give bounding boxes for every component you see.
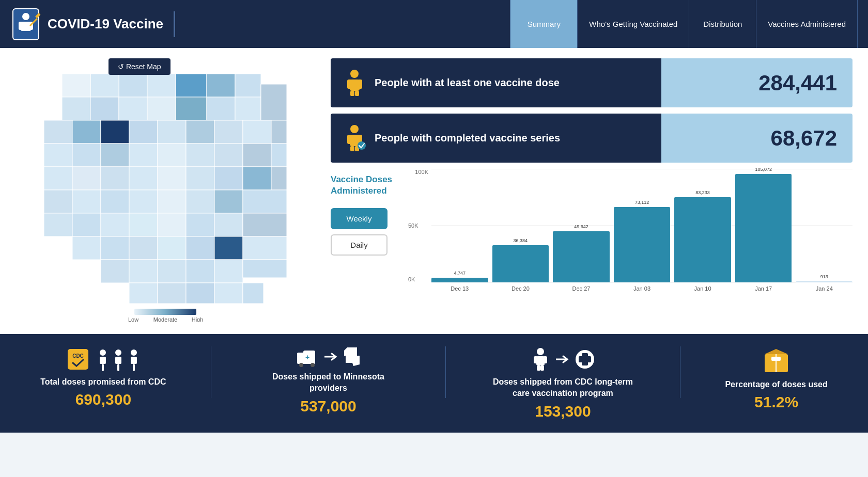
svg-rect-92 xyxy=(355,91,359,96)
footer-shipped-providers-label: Doses shipped to Minnesota providers xyxy=(256,371,401,394)
svg-rect-81 xyxy=(214,283,243,304)
svg-rect-62 xyxy=(186,213,214,236)
tab-summary[interactable]: Summary xyxy=(510,0,577,48)
svg-rect-52 xyxy=(129,190,158,213)
footer-doses-used-label: Percentage of doses used xyxy=(725,379,827,390)
svg-rect-18 xyxy=(176,97,207,120)
svg-rect-83 xyxy=(134,309,196,315)
chart-title: Vaccine Doses Administered xyxy=(331,174,398,197)
svg-rect-69 xyxy=(186,236,214,260)
footer-icon-row-2: + xyxy=(296,346,361,367)
bar-dec27: 49,642 xyxy=(553,224,610,282)
svg-text:High: High xyxy=(192,316,204,322)
svg-rect-7 xyxy=(119,74,147,97)
svg-rect-25 xyxy=(129,120,158,144)
svg-rect-31 xyxy=(44,144,72,167)
svg-marker-130 xyxy=(765,349,788,354)
svg-rect-67 xyxy=(129,236,158,260)
svg-rect-53 xyxy=(158,190,186,213)
svg-rect-60 xyxy=(129,213,158,236)
svg-point-116 xyxy=(311,363,315,367)
tab-who-getting-vaccinated[interactable]: Who's Getting Vaccinated xyxy=(577,0,689,48)
svg-rect-28 xyxy=(214,120,243,144)
svg-rect-26 xyxy=(158,120,186,144)
svg-rect-64 xyxy=(243,213,287,236)
svg-rect-73 xyxy=(129,260,158,283)
svg-rect-82 xyxy=(243,283,264,304)
svg-rect-128 xyxy=(579,356,591,362)
footer-cdc-ltc-value: 153,300 xyxy=(535,403,591,420)
svg-rect-36 xyxy=(186,144,214,167)
tab-vaccines-administered[interactable]: Vaccines Administered xyxy=(756,0,858,48)
app-title: COVID-19 Vaccine xyxy=(48,16,163,32)
svg-rect-66 xyxy=(101,236,129,260)
bar-label-top-jan10: 83,233 xyxy=(695,190,710,195)
svg-rect-59 xyxy=(101,213,129,236)
svg-rect-56 xyxy=(243,190,287,213)
stat-card-one-dose-label: People with at least one vaccine dose xyxy=(375,77,560,89)
svg-rect-11 xyxy=(235,74,261,97)
svg-rect-33 xyxy=(101,144,129,167)
footer-divider-2 xyxy=(445,346,446,398)
svg-rect-32 xyxy=(72,144,101,167)
cdc-box-icon: CDC xyxy=(65,346,91,372)
footer-doses-used: Percentage of doses used 51.2% xyxy=(725,346,827,411)
x-label-jan10: Jan 10 xyxy=(674,285,731,292)
svg-rect-23 xyxy=(72,120,101,144)
svg-point-1 xyxy=(22,13,29,20)
svg-rect-22 xyxy=(44,120,72,144)
daily-button[interactable]: Daily xyxy=(331,234,388,256)
bar-jan17: 105,072 xyxy=(735,167,792,282)
mn-state-icon xyxy=(343,346,361,367)
svg-rect-91 xyxy=(350,91,354,96)
svg-rect-103 xyxy=(100,357,106,364)
svg-rect-97 xyxy=(350,146,354,151)
svg-rect-3 xyxy=(19,22,23,30)
svg-rect-80 xyxy=(186,283,214,304)
map-section: ↺ Reset Map xyxy=(16,58,315,324)
svg-rect-8 xyxy=(147,74,176,97)
svg-rect-107 xyxy=(131,357,137,364)
bar-rect-dec20 xyxy=(492,245,549,282)
main-nav: Summary Who's Getting Vaccinated Distrib… xyxy=(510,0,858,48)
tab-distribution[interactable]: Distribution xyxy=(689,0,756,48)
footer-divider-3 xyxy=(680,346,680,398)
x-label-jan03: Jan 03 xyxy=(614,285,671,292)
svg-point-87 xyxy=(350,70,359,78)
footer-shipped-providers: + Doses shipped to Minnesota providers 5… xyxy=(256,346,401,415)
bar-jan24: 913 xyxy=(796,274,853,282)
stat-card-completed: People with completed vaccine series 68,… xyxy=(331,114,853,163)
vaccine-logo-icon xyxy=(10,6,41,42)
svg-text:Low: Low xyxy=(128,316,138,322)
svg-point-106 xyxy=(131,349,137,356)
svg-rect-10 xyxy=(207,74,235,97)
svg-rect-24 xyxy=(101,120,129,144)
svg-rect-41 xyxy=(72,167,101,190)
svg-point-119 xyxy=(537,348,544,355)
svg-rect-27 xyxy=(186,120,214,144)
bar-rect-jan24 xyxy=(796,281,853,282)
svg-rect-34 xyxy=(129,144,158,167)
svg-rect-72 xyxy=(101,260,129,283)
bar-jan10: 83,233 xyxy=(674,190,731,282)
svg-rect-51 xyxy=(101,190,129,213)
svg-rect-40 xyxy=(44,167,72,190)
map-container: Low Moderate High xyxy=(16,63,315,324)
stat-card-completed-value: 68,672 xyxy=(771,126,837,151)
x-label-dec27: Dec 27 xyxy=(553,285,610,292)
reset-map-button[interactable]: ↺ Reset Map xyxy=(109,58,171,75)
svg-rect-105 xyxy=(115,357,121,364)
svg-rect-61 xyxy=(158,213,186,236)
weekly-button[interactable]: Weekly xyxy=(331,208,388,229)
svg-text:+: + xyxy=(305,353,309,361)
footer-total-doses: CDC Total doses promised from CDC 690,30… xyxy=(40,346,166,408)
svg-rect-39 xyxy=(271,144,287,167)
svg-rect-42 xyxy=(101,167,129,190)
svg-rect-48 xyxy=(271,167,287,190)
svg-rect-89 xyxy=(347,80,352,89)
svg-rect-74 xyxy=(158,260,186,283)
svg-rect-12 xyxy=(90,74,119,97)
svg-rect-20 xyxy=(235,97,261,120)
footer-icon-row-4 xyxy=(762,346,791,375)
stats-section: People with at least one vaccine dose 28… xyxy=(331,58,853,324)
